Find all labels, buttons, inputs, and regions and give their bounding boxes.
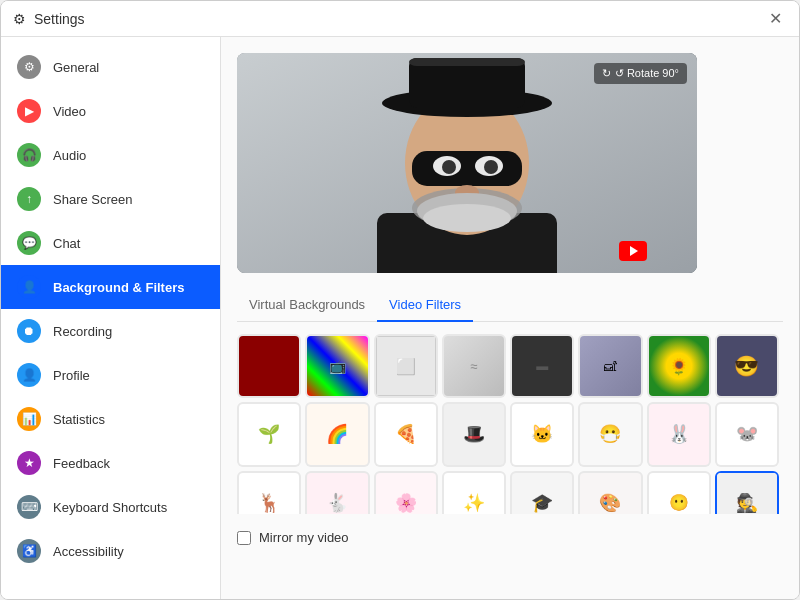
- window-title: ⚙ Settings: [13, 11, 85, 27]
- filter-item-flower[interactable]: 🌸: [374, 471, 438, 515]
- filter-flower: 🌸: [376, 473, 436, 515]
- sidebar-label-feedback: Feedback: [53, 456, 110, 471]
- sidebar-label-keyboard: Keyboard Shortcuts: [53, 500, 167, 515]
- sidebar-item-share-screen[interactable]: ↑ Share Screen: [1, 177, 220, 221]
- filter-face2: 😶: [649, 473, 709, 515]
- svg-point-16: [423, 204, 511, 232]
- sidebar-item-video[interactable]: ▶ Video: [1, 89, 220, 133]
- filter-graduation: 🎓: [512, 473, 572, 515]
- filter-grid-container: 📺 ⬜ ≈ ▬ 🛋 🌻: [237, 334, 783, 514]
- filter-item-sparks[interactable]: ✨: [442, 471, 506, 515]
- mirror-label[interactable]: Mirror my video: [259, 530, 349, 545]
- filter-tv-bg: 📺: [307, 336, 367, 396]
- svg-rect-9: [412, 151, 522, 186]
- filter-item-cool[interactable]: 😎: [715, 334, 779, 398]
- mirror-row: Mirror my video: [237, 530, 783, 545]
- filter-item-blur[interactable]: ≈: [442, 334, 506, 398]
- filter-item-tv[interactable]: 📺: [305, 334, 369, 398]
- accessibility-icon: ♿: [17, 539, 41, 563]
- tab-video-filters[interactable]: Video Filters: [377, 289, 473, 322]
- filter-witch: 🎩: [444, 404, 504, 464]
- rotate-icon: ↻: [602, 67, 611, 80]
- sidebar-item-general[interactable]: ⚙ General: [1, 45, 220, 89]
- filter-mouse: 🐭: [717, 404, 777, 464]
- sidebar-item-background[interactable]: 👤 Background & Filters: [1, 265, 220, 309]
- filter-item-bunny[interactable]: 🐰: [647, 402, 711, 466]
- filter-screen-bg: ⬜: [376, 336, 436, 396]
- sidebar: ⚙ General ▶ Video 🎧 Audio ↑ Share Screen…: [1, 37, 221, 599]
- video-frame: [237, 53, 697, 273]
- close-button[interactable]: ✕: [763, 7, 787, 31]
- statistics-icon: 📊: [17, 407, 41, 431]
- filter-item-sprout[interactable]: 🌱: [237, 402, 301, 466]
- filter-deer: 🦌: [239, 473, 299, 515]
- sidebar-label-chat: Chat: [53, 236, 80, 251]
- youtube-button[interactable]: [619, 241, 647, 261]
- sidebar-label-accessibility: Accessibility: [53, 544, 124, 559]
- filter-bunny: 🐰: [649, 404, 709, 464]
- sidebar-item-accessibility[interactable]: ♿ Accessibility: [1, 529, 220, 573]
- filter-rainbow: 🌈: [307, 404, 367, 464]
- filter-item-dark[interactable]: ▬: [510, 334, 574, 398]
- sidebar-item-statistics[interactable]: 📊 Statistics: [1, 397, 220, 441]
- svg-point-12: [442, 160, 456, 174]
- filter-bunny2: 🐇: [307, 473, 367, 515]
- filter-pizza: 🍕: [376, 404, 436, 464]
- profile-icon: 👤: [17, 363, 41, 387]
- filter-item-pizza[interactable]: 🍕: [374, 402, 438, 466]
- filter-item-screen[interactable]: ⬜: [374, 334, 438, 398]
- audio-icon: 🎧: [17, 143, 41, 167]
- sidebar-item-keyboard[interactable]: ⌨ Keyboard Shortcuts: [1, 485, 220, 529]
- filter-item-face1[interactable]: 🐱: [510, 402, 574, 466]
- rotate-label: ↺ Rotate 90°: [615, 67, 679, 80]
- filter-item-sunflower[interactable]: 🌻: [647, 334, 711, 398]
- svg-point-13: [484, 160, 498, 174]
- video-icon: ▶: [17, 99, 41, 123]
- filter-room-bg: 🛋: [580, 336, 640, 396]
- share-icon: ↑: [17, 187, 41, 211]
- settings-icon: ⚙: [13, 11, 26, 27]
- sidebar-item-feedback[interactable]: ★ Feedback: [1, 441, 220, 485]
- sidebar-label-statistics: Statistics: [53, 412, 105, 427]
- sidebar-label-profile: Profile: [53, 368, 90, 383]
- filter-item-mouse[interactable]: 🐭: [715, 402, 779, 466]
- sidebar-item-recording[interactable]: ⏺ Recording: [1, 309, 220, 353]
- filter-face1: 🐱: [512, 404, 572, 464]
- filter-item-bandit[interactable]: 🕵️ Bandit: [715, 471, 779, 515]
- settings-window: ⚙ Settings ✕ ⚙ General ▶ Video 🎧 Audio ↑…: [0, 0, 800, 600]
- background-icon: 👤: [17, 275, 41, 299]
- title-text: Settings: [34, 11, 85, 27]
- title-bar: ⚙ Settings ✕: [1, 1, 799, 37]
- filter-item-deer[interactable]: 🦌: [237, 471, 301, 515]
- feedback-icon: ★: [17, 451, 41, 475]
- filter-item-mask[interactable]: 😷: [578, 402, 642, 466]
- filter-item-witch[interactable]: 🎩: [442, 402, 506, 466]
- filter-beret: 🎨: [580, 473, 640, 515]
- filter-grid: 📺 ⬜ ≈ ▬ 🛋 🌻: [237, 334, 783, 514]
- filter-item-grad[interactable]: 🎓: [510, 471, 574, 515]
- filter-item-room[interactable]: 🛋: [578, 334, 642, 398]
- filter-item-red[interactable]: [237, 334, 301, 398]
- filter-sprout: 🌱: [239, 404, 299, 464]
- filter-dark-bg: ▬: [512, 336, 572, 396]
- sidebar-label-video: Video: [53, 104, 86, 119]
- filter-item-bunny2[interactable]: 🐇: [305, 471, 369, 515]
- tab-virtual-backgrounds[interactable]: Virtual Backgrounds: [237, 289, 377, 322]
- filter-bandit: 🕵️: [717, 473, 777, 515]
- mirror-checkbox[interactable]: [237, 531, 251, 545]
- sidebar-item-audio[interactable]: 🎧 Audio: [1, 133, 220, 177]
- sidebar-item-profile[interactable]: 👤 Profile: [1, 353, 220, 397]
- filter-item-face2[interactable]: 😶: [647, 471, 711, 515]
- right-panel: ↻ ↺ Rotate 90° Virtual Backgrounds Video…: [221, 37, 799, 599]
- sidebar-item-chat[interactable]: 💬 Chat: [1, 221, 220, 265]
- filter-red-bg: [239, 336, 299, 396]
- video-preview: ↻ ↺ Rotate 90°: [237, 53, 697, 273]
- filter-blur-bg: ≈: [444, 336, 504, 396]
- filter-tabs: Virtual Backgrounds Video Filters: [237, 289, 783, 322]
- rotate-button[interactable]: ↻ ↺ Rotate 90°: [594, 63, 687, 84]
- sidebar-label-background: Background & Filters: [53, 280, 184, 295]
- filter-item-beret[interactable]: 🎨: [578, 471, 642, 515]
- filter-item-rainbow[interactable]: 🌈: [305, 402, 369, 466]
- main-content: ⚙ General ▶ Video 🎧 Audio ↑ Share Screen…: [1, 37, 799, 599]
- person-svg: [237, 53, 697, 273]
